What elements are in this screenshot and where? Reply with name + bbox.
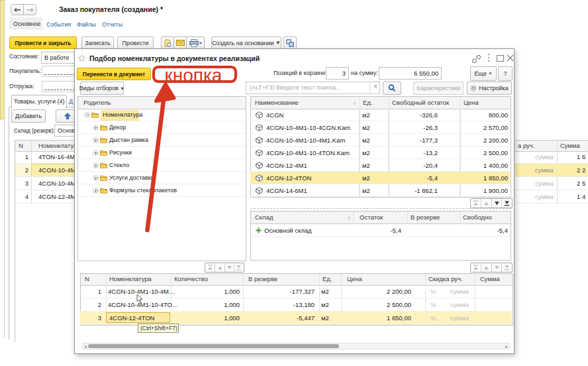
svg-text:кнопка: кнопка (165, 65, 222, 86)
